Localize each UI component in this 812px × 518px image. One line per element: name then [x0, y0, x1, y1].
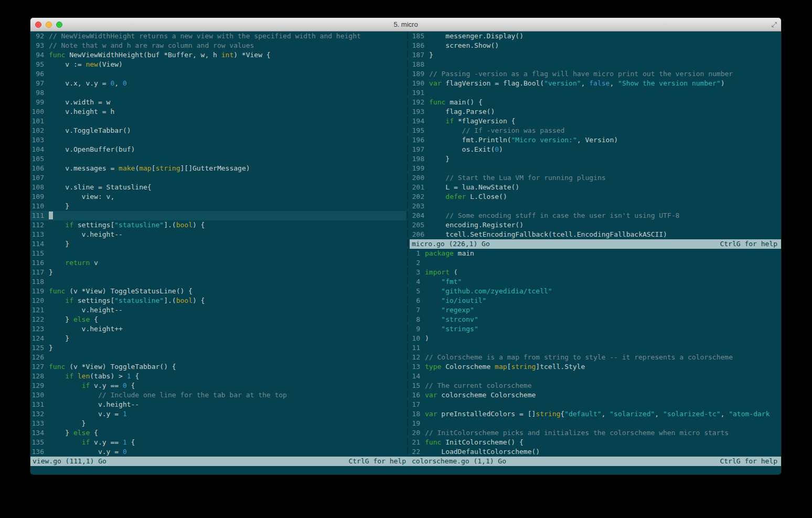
code-line[interactable]: 103: [30, 135, 406, 145]
code-line[interactable]: 200 // Start the Lua VM for running plug…: [410, 173, 781, 183]
code-line[interactable]: 97 v.x, v.y = 0, 0: [30, 79, 406, 88]
code-line[interactable]: 199: [410, 164, 781, 173]
code-line[interactable]: 125}: [30, 343, 406, 353]
vertical-split-divider[interactable]: [406, 31, 410, 457]
code-line[interactable]: 108 v.sline = Statusline{: [30, 183, 406, 192]
code-line[interactable]: 117}: [30, 268, 406, 277]
code-line[interactable]: 99 v.width = w: [30, 98, 406, 107]
code-line[interactable]: 131 v.height--: [30, 400, 406, 409]
code-line[interactable]: 102 v.ToggleTabbar(): [30, 126, 406, 135]
code-line[interactable]: 20// InitColorscheme picks and initializ…: [410, 428, 781, 438]
code-line[interactable]: 201 L = lua.NewState(): [410, 183, 781, 192]
code-line[interactable]: 92// NewViewWidthHeight returns a new vi…: [30, 31, 406, 41]
code-line[interactable]: 21func InitColorscheme() {: [410, 438, 781, 447]
code-line[interactable]: 6 "io/ioutil": [410, 296, 781, 305]
code-line[interactable]: 124 }: [30, 334, 406, 343]
code-line[interactable]: 115: [30, 249, 406, 258]
code-line[interactable]: 9 "strings": [410, 324, 781, 334]
code-line[interactable]: 4 "fmt": [410, 277, 781, 287]
code-line[interactable]: 109 view: v,: [30, 192, 406, 202]
code-line[interactable]: 96: [30, 69, 406, 79]
code-line[interactable]: 93// Note that w and h are raw column an…: [30, 41, 406, 50]
code-line[interactable]: 11: [410, 343, 781, 353]
code-line[interactable]: 205 encoding.Register(): [410, 220, 781, 230]
code-line[interactable]: 95 v := new(View): [30, 60, 406, 69]
code-line[interactable]: 15// The current colorscheme: [410, 381, 781, 390]
code-line[interactable]: 18var preInstalledColors = []string{"def…: [410, 409, 781, 419]
code-line[interactable]: 105: [30, 154, 406, 164]
code-line[interactable]: 98: [30, 88, 406, 98]
code-line[interactable]: 191: [410, 88, 781, 98]
code-line[interactable]: 130 // Include one line for the tab bar …: [30, 390, 406, 400]
code-line[interactable]: 126: [30, 353, 406, 362]
code-line[interactable]: 202 defer L.Close(): [410, 192, 781, 202]
code-line[interactable]: 111: [30, 211, 406, 220]
code-line[interactable]: 186 screen.Show(): [410, 41, 781, 50]
code-line[interactable]: 113 v.height--: [30, 230, 406, 239]
code-line[interactable]: 193 flag.Parse(): [410, 107, 781, 117]
code-line[interactable]: 121 v.height--: [30, 305, 406, 315]
code-line[interactable]: 5 "github.com/zyedidia/tcell": [410, 287, 781, 296]
code-line[interactable]: 12// Colorscheme is a map from string to…: [410, 353, 781, 362]
zoom-button[interactable]: [56, 22, 62, 28]
code-line[interactable]: 194 if *flagVersion {: [410, 117, 781, 126]
code-line[interactable]: 198 }: [410, 154, 781, 164]
code-line[interactable]: 190var flagVersion = flag.Bool("version"…: [410, 79, 781, 88]
code-line[interactable]: 187}: [410, 50, 781, 60]
line-number: 121: [30, 305, 49, 315]
code-line[interactable]: 116 return v: [30, 258, 406, 268]
code-line[interactable]: 204 // Some encoding stuff in case the u…: [410, 211, 781, 220]
code-line[interactable]: 1package main: [410, 249, 781, 258]
code-line[interactable]: 119func (v *View) ToggleStatusLine() {: [30, 287, 406, 296]
code-line[interactable]: 188: [410, 60, 781, 69]
resize-icon[interactable]: ⤢: [772, 20, 777, 29]
code-line[interactable]: 203: [410, 202, 781, 211]
close-button[interactable]: [35, 22, 41, 28]
code-line[interactable]: 19: [410, 419, 781, 428]
code-line[interactable]: 101: [30, 117, 406, 126]
code-line[interactable]: 8 "strconv": [410, 315, 781, 324]
code-line[interactable]: 94func NewViewWidthHeight(buf *Buffer, w…: [30, 50, 406, 60]
code-line[interactable]: 123 v.height++: [30, 324, 406, 334]
code-line[interactable]: 13type Colorscheme map[string]tcell.Styl…: [410, 362, 781, 372]
code-line[interactable]: 112 if settings["statusline"].(bool) {: [30, 220, 406, 230]
code-line[interactable]: 197 os.Exit(0): [410, 145, 781, 154]
token-d: messenger.Display(): [429, 32, 523, 40]
titlebar[interactable]: 5. micro ⤢: [30, 18, 781, 31]
code-line[interactable]: 195 // If -version was passed: [410, 126, 781, 135]
code-line[interactable]: 7 "regexp": [410, 305, 781, 315]
code-line[interactable]: 22 LoadDefaultColorscheme(): [410, 447, 781, 457]
code-line[interactable]: 10): [410, 334, 781, 343]
token-t: bool: [176, 297, 193, 304]
code-line[interactable]: 3import (: [410, 268, 781, 277]
code-line[interactable]: 106 v.messages = make(map[string][]Gutte…: [30, 164, 406, 173]
code-line[interactable]: 104 v.OpenBuffer(buf): [30, 145, 406, 154]
code-line[interactable]: 120 if settings["statusline"].(bool) {: [30, 296, 406, 305]
code-line[interactable]: 192func main() {: [410, 98, 781, 107]
code-line[interactable]: 114 }: [30, 239, 406, 249]
code-line[interactable]: 136 v.y = 0: [30, 447, 406, 457]
code-line[interactable]: 14: [410, 372, 781, 381]
code-line[interactable]: 122 } else {: [30, 315, 406, 324]
code-line[interactable]: 133 }: [30, 419, 406, 428]
code-line[interactable]: 196 fmt.Println("Micro version:", Versio…: [410, 135, 781, 145]
code-line[interactable]: 118: [30, 277, 406, 287]
code-line[interactable]: 17: [410, 400, 781, 409]
code-line[interactable]: 128 if len(tabs) > 1 {: [30, 372, 406, 381]
code-line[interactable]: 135 if v.y == 1 {: [30, 438, 406, 447]
code-line[interactable]: 2: [410, 258, 781, 268]
code-line[interactable]: 129 if v.y == 0 {: [30, 381, 406, 390]
code-line[interactable]: 107: [30, 173, 406, 183]
code-line[interactable]: 189// Passing -version as a flag will ha…: [410, 69, 781, 79]
code-line[interactable]: 100 v.height = h: [30, 107, 406, 117]
code-line[interactable]: 127func (v *View) ToggleTabbar() {: [30, 362, 406, 372]
code-line[interactable]: 206 tcell.SetEncodingFallback(tcell.Enco…: [410, 230, 781, 239]
code-line[interactable]: 16var colorscheme Colorscheme: [410, 390, 781, 400]
code-line[interactable]: 185 messenger.Display(): [410, 31, 781, 41]
token-n: 0: [495, 145, 499, 153]
code-line[interactable]: 132 v.y = 1: [30, 409, 406, 419]
code-text: // Start the Lua VM for running plugins: [429, 173, 781, 183]
code-line[interactable]: 134 } else {: [30, 428, 406, 438]
minimize-button[interactable]: [46, 22, 52, 28]
code-line[interactable]: 110 }: [30, 202, 406, 211]
